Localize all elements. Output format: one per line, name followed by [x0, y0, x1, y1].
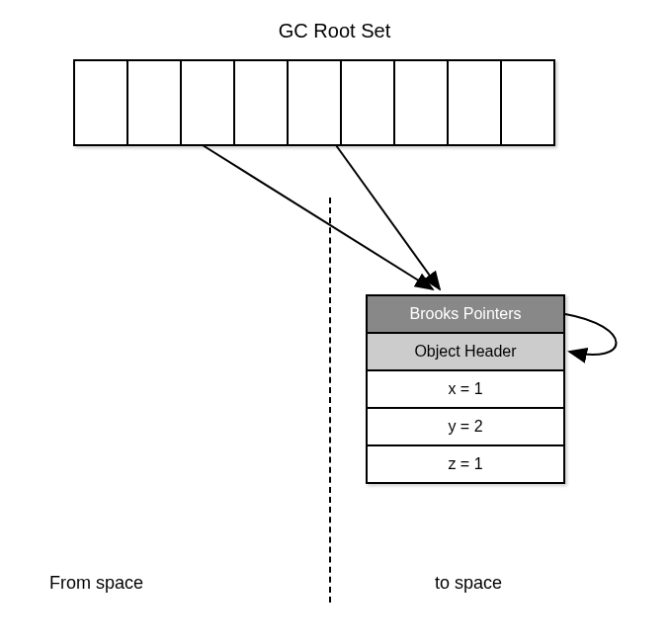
root-cell — [75, 61, 128, 144]
root-cell — [182, 61, 235, 144]
object-field-row: z = 1 — [368, 446, 563, 482]
diagram-title: GC Root Set — [279, 20, 390, 42]
object-field-row: y = 2 — [368, 409, 563, 446]
gc-root-set — [73, 59, 555, 146]
self-pointer-arrow — [565, 314, 617, 355]
to-space-label: to space — [435, 573, 502, 594]
root-pointer-arrow — [203, 145, 433, 289]
brooks-pointer-row: Brooks Pointers — [368, 296, 563, 334]
root-cell — [449, 61, 502, 144]
root-cell — [289, 61, 342, 144]
root-cell — [502, 61, 553, 144]
object-field-row: x = 1 — [368, 371, 563, 409]
root-cell — [128, 61, 182, 144]
from-space-label: From space — [49, 573, 143, 594]
object-header-row: Object Header — [368, 334, 563, 371]
root-cell — [235, 61, 289, 144]
heap-object: Brooks Pointers Object Header x = 1 y = … — [366, 294, 565, 484]
root-cell — [395, 61, 449, 144]
space-divider — [329, 198, 331, 603]
root-cell — [342, 61, 395, 144]
root-pointer-arrow — [336, 145, 440, 289]
